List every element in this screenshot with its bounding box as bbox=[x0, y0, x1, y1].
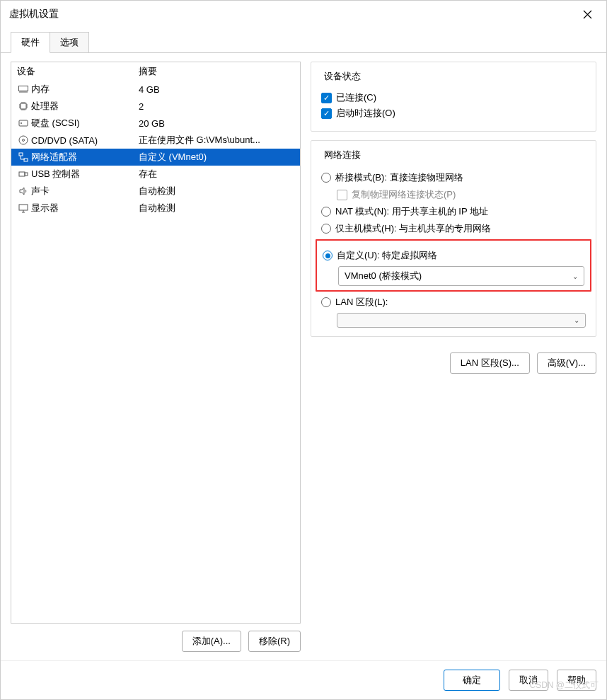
connect-at-power-row[interactable]: ✓ 启动时连接(O) bbox=[321, 107, 586, 120]
radio-lan-segment[interactable]: LAN 区段(L): bbox=[321, 296, 586, 309]
svg-point-3 bbox=[21, 122, 22, 124]
help-button[interactable]: 帮助 bbox=[557, 670, 596, 691]
advanced-button[interactable]: 高级(V)... bbox=[537, 352, 596, 374]
radio-icon[interactable] bbox=[321, 173, 331, 183]
lan-segment-select: ⌄ bbox=[337, 313, 586, 328]
remove-button[interactable]: 移除(R) bbox=[248, 631, 301, 652]
checkbox-icon[interactable]: ✓ bbox=[321, 108, 332, 119]
svg-rect-8 bbox=[19, 172, 25, 176]
ok-button[interactable]: 确定 bbox=[444, 670, 500, 691]
list-item-cpu[interactable]: 处理器 2 bbox=[11, 98, 300, 115]
connect-at-power-label: 启动时连接(O) bbox=[336, 107, 395, 120]
header-device: 设备 bbox=[17, 65, 139, 78]
display-icon bbox=[17, 204, 30, 213]
lan-segments-button[interactable]: LAN 区段(S)... bbox=[450, 352, 530, 374]
tab-hardware[interactable]: 硬件 bbox=[11, 32, 50, 53]
cancel-button[interactable]: 取消 bbox=[509, 670, 548, 691]
device-list-header: 设备 摘要 bbox=[11, 62, 300, 81]
svg-rect-10 bbox=[19, 205, 28, 210]
list-item-display[interactable]: 显示器 自动检测 bbox=[11, 200, 300, 217]
device-status-legend: 设备状态 bbox=[321, 70, 364, 83]
chevron-down-icon: ⌄ bbox=[572, 272, 578, 280]
svg-rect-9 bbox=[25, 173, 28, 176]
replicate-state-row: 复制物理网络连接状态(P) bbox=[337, 188, 586, 201]
svg-rect-2 bbox=[19, 120, 28, 126]
connected-label: 已连接(C) bbox=[336, 91, 376, 104]
radio-custom[interactable]: 自定义(U): 特定虚拟网络 bbox=[323, 249, 584, 262]
dialog-footer: 确定 取消 帮助 bbox=[1, 660, 606, 699]
chevron-down-icon: ⌄ bbox=[574, 316, 579, 324]
network-icon bbox=[17, 152, 30, 162]
radio-icon[interactable] bbox=[323, 251, 333, 260]
left-pane: 设备 摘要 内存 4 GB 处理器 2 硬盘 (SCSI) 20 GB bbox=[11, 62, 301, 652]
window-title: 虚拟机设置 bbox=[9, 8, 59, 21]
list-item-cddvd[interactable]: CD/DVD (SATA) 正在使用文件 G:\VMs\ubunt... bbox=[11, 132, 300, 149]
right-buttons: LAN 区段(S)... 高级(V)... bbox=[311, 352, 596, 374]
custom-network-select[interactable]: VMnet0 (桥接模式) ⌄ bbox=[338, 266, 584, 286]
list-item-memory[interactable]: 内存 4 GB bbox=[11, 81, 300, 98]
svg-rect-1 bbox=[21, 103, 26, 109]
list-item-sound[interactable]: 声卡 自动检测 bbox=[11, 183, 300, 200]
tab-options[interactable]: 选项 bbox=[50, 32, 89, 53]
vm-settings-window: 虚拟机设置 硬件 选项 设备 摘要 内存 4 GB 处理 bbox=[0, 0, 607, 700]
device-list-buttons: 添加(A)... 移除(R) bbox=[11, 631, 301, 652]
device-list[interactable]: 设备 摘要 内存 4 GB 处理器 2 硬盘 (SCSI) 20 GB bbox=[11, 62, 301, 624]
disk-icon bbox=[17, 119, 30, 127]
device-status-group: 设备状态 ✓ 已连接(C) ✓ 启动时连接(O) bbox=[311, 62, 596, 132]
checkbox-icon bbox=[337, 190, 347, 200]
radio-icon[interactable] bbox=[321, 224, 331, 234]
radio-bridged[interactable]: 桥接模式(B): 直接连接物理网络 bbox=[321, 171, 586, 184]
radio-hostonly[interactable]: 仅主机模式(H): 与主机共享的专用网络 bbox=[321, 222, 586, 235]
list-item-usb[interactable]: USB 控制器 存在 bbox=[11, 166, 300, 183]
list-item-disk[interactable]: 硬盘 (SCSI) 20 GB bbox=[11, 115, 300, 132]
custom-select-wrap: VMnet0 (桥接模式) ⌄ bbox=[338, 266, 584, 286]
svg-rect-6 bbox=[19, 153, 23, 156]
svg-point-4 bbox=[19, 136, 28, 144]
lan-segment-select-wrap: ⌄ bbox=[337, 313, 586, 328]
radio-icon[interactable] bbox=[321, 207, 331, 217]
network-connection-group: 网络连接 桥接模式(B): 直接连接物理网络 复制物理网络连接状态(P) NAT… bbox=[311, 140, 596, 337]
sound-icon bbox=[17, 186, 30, 196]
custom-highlight: 自定义(U): 特定虚拟网络 VMnet0 (桥接模式) ⌄ bbox=[316, 239, 591, 292]
checkbox-icon[interactable]: ✓ bbox=[321, 93, 332, 103]
usb-icon bbox=[17, 170, 30, 178]
close-icon[interactable] bbox=[577, 7, 598, 22]
header-summary: 摘要 bbox=[139, 65, 157, 78]
radio-icon[interactable] bbox=[321, 297, 331, 307]
svg-rect-0 bbox=[19, 86, 28, 91]
list-item-network[interactable]: 网络适配器 自定义 (VMnet0) bbox=[11, 149, 300, 166]
radio-nat[interactable]: NAT 模式(N): 用于共享主机的 IP 地址 bbox=[321, 205, 586, 218]
cpu-icon bbox=[17, 101, 30, 111]
right-pane: 设备状态 ✓ 已连接(C) ✓ 启动时连接(O) 网络连接 桥接模式(B): 直… bbox=[311, 62, 596, 652]
add-button[interactable]: 添加(A)... bbox=[182, 631, 241, 652]
content-area: 设备 摘要 内存 4 GB 处理器 2 硬盘 (SCSI) 20 GB bbox=[1, 53, 606, 660]
connected-row[interactable]: ✓ 已连接(C) bbox=[321, 91, 586, 104]
tab-strip: 硬件 选项 bbox=[1, 28, 606, 53]
network-legend: 网络连接 bbox=[321, 149, 364, 161]
disc-icon bbox=[17, 135, 30, 145]
titlebar: 虚拟机设置 bbox=[1, 1, 606, 28]
svg-point-5 bbox=[23, 139, 25, 142]
memory-icon bbox=[17, 86, 30, 93]
